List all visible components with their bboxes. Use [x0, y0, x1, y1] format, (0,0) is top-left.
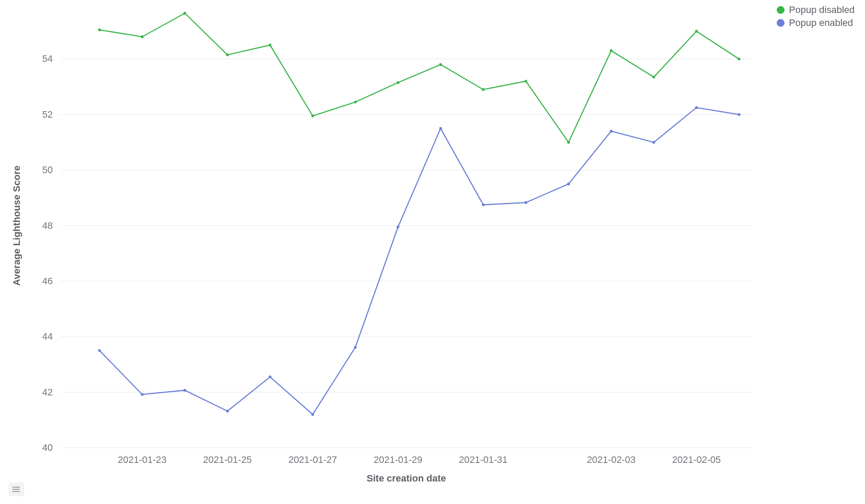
data-point[interactable]	[738, 113, 740, 116]
data-point[interactable]	[524, 201, 527, 204]
y-tick-label: 44	[42, 331, 53, 342]
chart-svg: 40424446485052542021-01-232021-01-252021…	[0, 0, 865, 504]
x-tick-label: 2021-01-29	[373, 454, 422, 465]
data-point[interactable]	[98, 29, 101, 31]
data-point[interactable]	[653, 141, 655, 144]
data-point[interactable]	[226, 54, 228, 56]
data-point[interactable]	[653, 76, 655, 78]
data-point[interactable]	[269, 376, 271, 378]
legend-item-popup-disabled[interactable]: Popup disabled	[777, 4, 855, 16]
data-point[interactable]	[141, 35, 143, 38]
data-point[interactable]	[567, 141, 570, 144]
y-axis-title: Average Lighthouse Score	[11, 166, 22, 286]
data-point[interactable]	[354, 101, 357, 103]
data-point[interactable]	[397, 81, 399, 84]
svg-point-0	[13, 487, 13, 487]
y-tick-label: 50	[42, 164, 53, 175]
y-tick-label: 40	[42, 442, 53, 453]
data-point[interactable]	[695, 30, 698, 32]
line-chart-container: 40424446485052542021-01-232021-01-252021…	[0, 0, 865, 504]
x-tick-label: 2021-02-03	[587, 454, 636, 465]
x-tick-label: 2021-01-23	[118, 454, 167, 465]
data-point[interactable]	[269, 44, 271, 46]
data-point[interactable]	[439, 127, 442, 130]
data-point[interactable]	[610, 49, 612, 52]
data-point[interactable]	[567, 183, 570, 185]
legend-label-popup-enabled: Popup enabled	[789, 17, 853, 29]
data-point[interactable]	[524, 80, 527, 83]
x-tick-label: 2021-01-25	[203, 454, 252, 465]
legend: Popup disabled Popup enabled	[777, 4, 855, 30]
series-line-1	[100, 108, 739, 414]
legend-item-popup-enabled[interactable]: Popup enabled	[777, 17, 855, 29]
y-tick-label: 52	[42, 109, 53, 120]
y-tick-label: 54	[42, 53, 53, 64]
x-axis-title: Site creation date	[367, 473, 446, 484]
x-tick-label: 2021-02-05	[672, 454, 721, 465]
data-point[interactable]	[354, 346, 357, 348]
data-point[interactable]	[226, 410, 228, 412]
data-point[interactable]	[397, 226, 399, 228]
data-point[interactable]	[695, 106, 698, 109]
data-point[interactable]	[141, 393, 143, 396]
svg-point-4	[13, 491, 13, 491]
data-point[interactable]	[738, 58, 740, 60]
legend-swatch-popup-enabled	[777, 19, 785, 27]
table-list-icon	[13, 486, 20, 492]
data-point[interactable]	[439, 63, 442, 66]
series-line-0	[100, 13, 739, 142]
legend-swatch-popup-disabled	[777, 6, 785, 14]
svg-point-2	[13, 489, 13, 489]
data-point[interactable]	[98, 349, 101, 352]
x-tick-label: 2021-01-31	[459, 454, 508, 465]
data-point[interactable]	[183, 389, 186, 392]
x-tick-label: 2021-01-27	[288, 454, 337, 465]
data-table-button[interactable]	[9, 482, 24, 496]
data-point[interactable]	[311, 413, 314, 416]
data-point[interactable]	[482, 203, 485, 206]
legend-label-popup-disabled: Popup disabled	[789, 4, 855, 16]
data-point[interactable]	[311, 115, 314, 117]
y-tick-label: 42	[42, 387, 53, 398]
y-tick-label: 46	[42, 276, 53, 286]
y-tick-label: 48	[42, 220, 53, 231]
data-point[interactable]	[610, 130, 612, 132]
data-point[interactable]	[482, 88, 485, 91]
data-point[interactable]	[183, 12, 186, 14]
